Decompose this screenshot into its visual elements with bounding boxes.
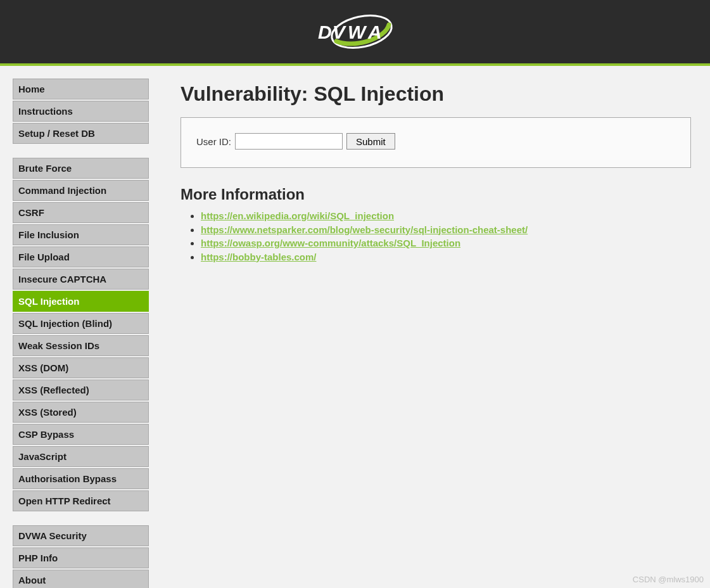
submit-button[interactable]: Submit xyxy=(346,133,395,150)
nav-about[interactable]: About xyxy=(13,570,149,588)
svg-text:W: W xyxy=(348,22,367,42)
nav-php-info[interactable]: PHP Info xyxy=(13,547,149,568)
nav-xss-dom[interactable]: XSS (DOM) xyxy=(13,357,149,378)
user-id-label: User ID: xyxy=(196,136,231,147)
info-link-item: https://www.netsparker.com/blog/web-secu… xyxy=(201,224,691,236)
nav-xss-stored[interactable]: XSS (Stored) xyxy=(13,402,149,423)
dvwa-logo: DV W A xyxy=(308,10,403,54)
nav-brute-force[interactable]: Brute Force xyxy=(13,158,149,179)
info-link[interactable]: https://en.wikipedia.org/wiki/SQL_inject… xyxy=(201,210,394,221)
nav-insecure-captcha[interactable]: Insecure CAPTCHA xyxy=(13,269,149,290)
nav-command-injection[interactable]: Command Injection xyxy=(13,180,149,201)
nav-open-http-redirect[interactable]: Open HTTP Redirect xyxy=(13,490,149,511)
info-link-item: https://en.wikipedia.org/wiki/SQL_inject… xyxy=(201,210,691,222)
more-information-links: https://en.wikipedia.org/wiki/SQL_inject… xyxy=(181,210,691,263)
main-content: Vulnerability: SQL Injection User ID: Su… xyxy=(149,79,710,264)
more-information-heading: More Information xyxy=(181,186,691,203)
svg-text:A: A xyxy=(367,22,383,42)
info-link-item: https://bobby-tables.com/ xyxy=(201,251,691,264)
nav-javascript[interactable]: JavaScript xyxy=(13,446,149,467)
nav-authorisation-bypass[interactable]: Authorisation Bypass xyxy=(13,468,149,489)
nav-csrf[interactable]: CSRF xyxy=(13,202,149,223)
nav-setup-reset-db[interactable]: Setup / Reset DB xyxy=(13,123,149,144)
user-id-input[interactable] xyxy=(235,133,343,150)
nav-file-inclusion[interactable]: File Inclusion xyxy=(13,224,149,245)
form-box: User ID: Submit xyxy=(181,117,691,168)
nav-home[interactable]: Home xyxy=(13,79,149,99)
page-title: Vulnerability: SQL Injection xyxy=(181,82,691,106)
nav-weak-session-ids[interactable]: Weak Session IDs xyxy=(13,335,149,356)
info-link[interactable]: https://owasp.org/www-community/attacks/… xyxy=(201,238,460,248)
svg-text:DV: DV xyxy=(318,22,347,42)
info-link-item: https://owasp.org/www-community/attacks/… xyxy=(201,237,691,250)
info-link[interactable]: https://www.netsparker.com/blog/web-secu… xyxy=(201,224,528,235)
logo-graphic: DV W A xyxy=(308,10,403,54)
info-link[interactable]: https://bobby-tables.com/ xyxy=(201,252,317,262)
nav-csp-bypass[interactable]: CSP Bypass xyxy=(13,424,149,445)
watermark: CSDN @mlws1900 xyxy=(633,575,704,584)
header: DV W A xyxy=(0,0,710,66)
nav-instructions[interactable]: Instructions xyxy=(13,101,149,122)
sidebar: HomeInstructionsSetup / Reset DBBrute Fo… xyxy=(13,79,149,588)
nav-sql-injection-blind[interactable]: SQL Injection (Blind) xyxy=(13,313,149,334)
nav-sql-injection[interactable]: SQL Injection xyxy=(13,291,149,312)
nav-dvwa-security[interactable]: DVWA Security xyxy=(13,525,149,546)
nav-file-upload[interactable]: File Upload xyxy=(13,246,149,267)
nav-xss-reflected[interactable]: XSS (Reflected) xyxy=(13,380,149,400)
